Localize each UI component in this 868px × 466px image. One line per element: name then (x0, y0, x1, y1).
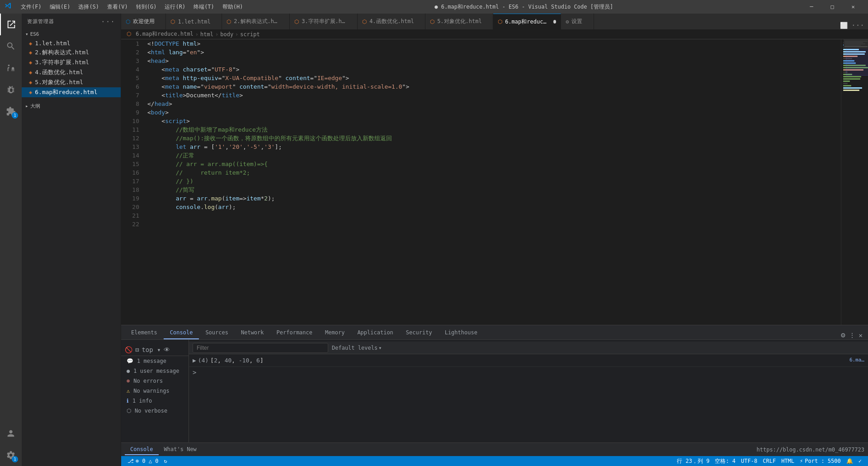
activity-search[interactable] (0, 35, 22, 57)
tabs-bar: ⬡ 欢迎使用 ✕ ⬡ 1.let.html ✕ ⬡ 2.解构表达式.html ✕… (121, 14, 868, 29)
html-tab-icon-3: ⬡ (294, 19, 299, 25)
filter-warnings[interactable]: ⚠ No warnings (121, 386, 189, 396)
status-notifications[interactable]: 🔔 (844, 456, 856, 466)
file-item-1[interactable]: ◈ 1.let.html (22, 39, 121, 48)
status-line-ending-text: CRLF (763, 458, 776, 464)
chevron-down-icon: ▾ (25, 31, 28, 37)
menu-terminal[interactable]: 终端(T) (190, 2, 218, 12)
sync-icon: ↻ (164, 458, 167, 464)
code-editor[interactable]: 12345 678910 1112131415 1617181920 2122 … (121, 39, 841, 325)
sidebar-top-select[interactable]: top ▾ (142, 346, 160, 353)
html-tab-icon-6: ⬡ (498, 19, 502, 25)
status-line-ending[interactable]: CRLF (760, 456, 778, 466)
status-check[interactable]: ✓ (856, 456, 864, 466)
footer-tab-console[interactable]: Console (125, 444, 159, 455)
default-levels-select[interactable]: Default levels ▾ (332, 345, 382, 351)
status-language[interactable]: HTML (778, 456, 797, 466)
activity-account[interactable] (0, 423, 22, 444)
sidebar: 资源管理器 ··· ▾ ES6 ◈ 1.let.html ◈ 2.解构表达式.h… (22, 14, 121, 466)
activity-source-control[interactable] (0, 57, 22, 79)
menu-help[interactable]: 帮助(H) (219, 2, 247, 12)
devtools-tab-network[interactable]: Network (235, 327, 270, 339)
sidebar-more-button[interactable]: ··· (101, 17, 115, 26)
footer-tab-whatsnew[interactable]: What's New (159, 444, 202, 455)
devtools-more-button[interactable]: ⋮ (849, 332, 855, 339)
devtools-tab-elements[interactable]: Elements (125, 327, 164, 339)
console-prompt: > (189, 367, 868, 378)
filter-verbose[interactable]: ⬡ No verbose (121, 406, 189, 416)
devtools-tab-performance[interactable]: Performance (270, 327, 319, 339)
console-line-1: ▶ (4) [2, 40, -10, 6] 6.ma… (189, 356, 868, 367)
file-name-2: 2.解构表达式.html (35, 48, 89, 57)
breadcrumb-html[interactable]: html (200, 31, 213, 38)
status-branch[interactable]: ⎇ ⊗ 0 △ 0 (125, 456, 161, 466)
file-item-2[interactable]: ◈ 2.解构表达式.html (22, 48, 121, 57)
tab-3[interactable]: ⬡ 3.字符串扩展.html ✕ (290, 14, 358, 29)
menu-view[interactable]: 查看(V) (104, 2, 132, 12)
activity-bar: 1 1 (0, 14, 22, 466)
menu-select[interactable]: 选择(S) (75, 2, 103, 12)
filter-toggle-button[interactable]: ⊟ (135, 346, 139, 353)
tab-label-3: 3.字符串扩展.html (302, 18, 346, 25)
sidebar-outline[interactable]: ▸ 大纲 (22, 101, 121, 111)
section-label: ES6 (30, 31, 39, 37)
close-button[interactable]: ✕ (843, 0, 863, 14)
file-item-3[interactable]: ◈ 3.字符串扩展.html (22, 57, 121, 67)
chevron-right-icon: ▸ (25, 103, 28, 109)
activity-settings[interactable]: 1 (0, 444, 22, 466)
tab-1[interactable]: ⬡ 1.let.html ✕ (166, 14, 222, 29)
devtools-tab-console[interactable]: Console (164, 327, 199, 339)
status-encoding[interactable]: UTF-8 (738, 456, 760, 466)
console-source-link[interactable]: 6.ma… (849, 357, 864, 363)
devtools-tab-lighthouse[interactable]: Lighthouse (439, 327, 484, 339)
file-item-6[interactable]: ◈ 6.map和reduce.html (22, 87, 121, 97)
console-filter-input[interactable] (193, 343, 328, 353)
devtools-tab-security[interactable]: Security (400, 327, 439, 339)
filter-user-messages[interactable]: ● 1 user message (121, 366, 189, 376)
activity-explorer[interactable] (0, 14, 22, 35)
code-line-2: <html lang="en"> (147, 48, 837, 57)
tab-2[interactable]: ⬡ 2.解构表达式.html ✕ (222, 14, 290, 29)
devtools-close-button[interactable]: ✕ (859, 332, 863, 339)
devtools-tab-memory[interactable]: Memory (319, 327, 351, 339)
maximize-button[interactable]: □ (822, 0, 843, 14)
menu-run[interactable]: 运行(R) (161, 2, 189, 12)
menu-edit[interactable]: 编辑(E) (46, 2, 74, 12)
file-item-4[interactable]: ◈ 4.函数优化.html (22, 67, 121, 77)
tab-welcome[interactable]: ⬡ 欢迎使用 ✕ (121, 14, 166, 29)
activity-debug[interactable] (0, 79, 22, 100)
status-sync[interactable]: ↻ (161, 456, 170, 466)
more-tabs-button[interactable]: ··· (851, 21, 864, 29)
breadcrumb-sep-2: › (215, 31, 218, 38)
devtools-settings-button[interactable]: ⚙ (841, 331, 845, 339)
status-liveserver[interactable]: ⚡ Port : 5500 (797, 456, 844, 466)
breadcrumb-script[interactable]: script (240, 31, 259, 38)
code-line-20: //简写 (147, 185, 837, 194)
menu-goto[interactable]: 转到(G) (132, 2, 160, 12)
file-item-5[interactable]: ◈ 5.对象优化.html (22, 77, 121, 87)
tab-5[interactable]: ⬡ 5.对象优化.html ✕ (425, 14, 493, 29)
sidebar-section-es6[interactable]: ▾ ES6 (22, 29, 121, 39)
filter-errors[interactable]: ⊗ No errors (121, 376, 189, 386)
devtools-tab-sources[interactable]: Sources (199, 327, 235, 339)
filter-info[interactable]: ℹ 1 info (121, 396, 189, 406)
tab-4[interactable]: ⬡ 4.函数优化.html ✕ (358, 14, 425, 29)
tab-settings[interactable]: ⚙ 设置 ✕ (561, 14, 594, 29)
menu-file[interactable]: 文件(F) (17, 2, 45, 12)
activity-extensions[interactable]: 1 (0, 100, 22, 122)
status-spaces[interactable]: 空格: 4 (712, 456, 738, 466)
clear-console-button[interactable]: 🚫 (125, 346, 132, 353)
eye-button[interactable]: 👁 (164, 346, 170, 353)
breadcrumb-file[interactable]: ⬡ 6.map和reduce.html (127, 30, 193, 38)
status-line-col[interactable]: 行 23，列 9 (674, 456, 712, 466)
minimize-button[interactable]: ─ (801, 0, 822, 14)
devtools-main: Elements Console Sources Network Perform… (121, 325, 868, 456)
devtools-tab-application[interactable]: Application (351, 327, 399, 339)
split-editor-button[interactable]: ⬜ (840, 22, 848, 29)
console-prompt-input[interactable] (198, 369, 864, 376)
expand-arrow-1[interactable]: ▶ (193, 357, 196, 364)
tab-6[interactable]: ⬡ 6.map和reduce.html (493, 14, 561, 29)
breadcrumb-body[interactable]: body (220, 31, 233, 38)
filter-all-messages[interactable]: 💬 1 message (121, 356, 189, 366)
status-language-text: HTML (781, 458, 794, 464)
